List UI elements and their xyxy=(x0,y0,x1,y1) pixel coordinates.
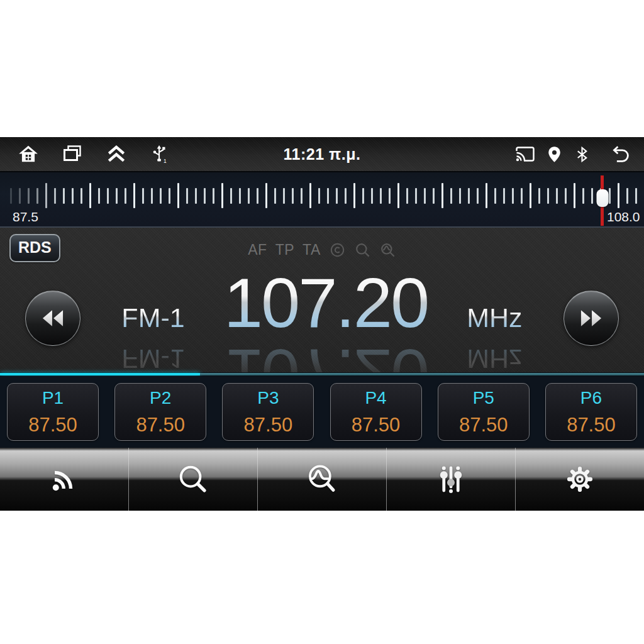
tuner-tick xyxy=(433,188,435,204)
home-icon[interactable] xyxy=(18,143,39,165)
tuner-tick xyxy=(221,183,223,208)
preset-button-6[interactable]: P6 87.50 xyxy=(545,383,637,441)
seek-forward-button[interactable] xyxy=(564,291,619,346)
tuner-tick xyxy=(45,183,47,208)
frequency-row: FM-1 107.20 MHz xyxy=(0,268,644,338)
tuner-tick xyxy=(54,188,56,204)
tuner-tick xyxy=(28,188,30,204)
search-dim-icon xyxy=(354,242,371,258)
rewind-icon xyxy=(40,309,65,328)
cast-icon xyxy=(515,144,535,164)
search-button[interactable] xyxy=(129,448,258,511)
recent-apps-icon[interactable] xyxy=(62,144,82,164)
tuner-tick xyxy=(142,188,144,204)
band-label: FM-1 xyxy=(121,304,184,331)
tuner-scale[interactable]: 87.5 108.0 xyxy=(0,171,644,228)
band-icon xyxy=(49,464,79,494)
scan-button[interactable] xyxy=(258,448,387,511)
tuner-tick xyxy=(36,188,38,204)
radio-app-screen: 1 11:21 π.μ. xyxy=(0,137,644,511)
tuner-tick xyxy=(274,188,276,204)
tuner-tick xyxy=(397,183,399,208)
accent-divider-bright xyxy=(0,373,200,375)
ta-indicator: TA xyxy=(303,242,321,258)
tuner-tick xyxy=(477,188,479,204)
tuner-tick xyxy=(547,188,549,204)
tuner-tick xyxy=(116,188,118,204)
tuner-min-label: 87.5 xyxy=(13,209,38,225)
collapse-icon[interactable] xyxy=(106,143,127,165)
tuner-tick xyxy=(248,188,250,204)
tuner-tick xyxy=(441,183,443,208)
tuner-indicator[interactable] xyxy=(601,175,604,226)
settings-button[interactable] xyxy=(516,448,644,511)
tuner-tick xyxy=(204,188,206,204)
tuner-tick xyxy=(63,188,65,204)
preset-button-2[interactable]: P2 87.50 xyxy=(114,383,206,441)
preset-button-5[interactable]: P5 87.50 xyxy=(438,383,530,441)
tuner-tick xyxy=(213,188,214,204)
preset-button-1[interactable]: P1 87.50 xyxy=(7,383,99,441)
preset-button-3[interactable]: P3 87.50 xyxy=(222,383,314,441)
tuner-tick xyxy=(239,188,241,204)
tuner-tick xyxy=(486,183,487,208)
tuner-tick xyxy=(301,188,303,204)
tuner-tick xyxy=(626,188,628,204)
tuner-tick xyxy=(530,183,531,208)
af-indicator: AF xyxy=(248,242,267,258)
tuner-tick xyxy=(353,183,355,208)
tuner-tick xyxy=(512,188,514,204)
tuner-tick xyxy=(345,188,347,204)
tuner-tick xyxy=(468,188,470,204)
preset-label: P4 xyxy=(365,388,386,408)
location-icon xyxy=(545,145,564,164)
tuner-tick xyxy=(151,188,153,204)
tuner-tick xyxy=(635,188,637,204)
tuner-tick xyxy=(19,188,21,204)
preset-button-4[interactable]: P4 87.50 xyxy=(330,383,422,441)
tuner-tick xyxy=(292,188,294,204)
tuner-tick xyxy=(424,188,426,204)
tuner-tick xyxy=(98,188,100,204)
tuner-tick xyxy=(72,188,74,204)
preset-label: P1 xyxy=(42,388,64,408)
tuner-tick xyxy=(125,188,126,204)
equalizer-button[interactable] xyxy=(387,448,516,511)
tuner-tick xyxy=(186,188,188,204)
tuner-knob[interactable] xyxy=(596,189,608,207)
frequency-unit: MHz xyxy=(467,304,522,331)
scan-icon xyxy=(306,464,338,495)
status-bar: 1 11:21 π.μ. xyxy=(0,137,644,171)
tuner-tick xyxy=(283,188,285,204)
tuner-tick xyxy=(582,188,584,204)
preset-frequency: 87.50 xyxy=(28,414,77,436)
band-button[interactable] xyxy=(0,448,129,511)
bottom-toolbar xyxy=(0,448,644,511)
pty-icon xyxy=(329,242,346,258)
frequency-reflection: FM-1 107.20 MHz xyxy=(0,338,644,372)
preset-frequency: 87.50 xyxy=(567,414,616,436)
fast-forward-icon xyxy=(579,309,604,328)
tuner-tick xyxy=(107,188,109,204)
preset-frequency: 87.50 xyxy=(136,414,185,436)
tp-indicator: TP xyxy=(275,242,294,258)
tuner-tick xyxy=(265,183,267,208)
tuner-max-label: 108.0 xyxy=(607,209,640,225)
tuner-tick xyxy=(618,183,619,208)
back-icon[interactable] xyxy=(609,144,630,165)
tuner-tick xyxy=(556,188,558,204)
tuner-tick xyxy=(565,188,567,204)
preset-label: P2 xyxy=(150,388,171,408)
frequency-value: 107.20 xyxy=(224,268,428,338)
tuner-tick xyxy=(80,188,82,204)
tuner-tick xyxy=(327,188,329,204)
nav-buttons: 1 xyxy=(0,143,169,165)
tuner-tick xyxy=(521,188,523,204)
equalizer-icon xyxy=(436,464,466,494)
scan-dim-icon xyxy=(379,242,396,258)
preset-frequency: 87.50 xyxy=(244,414,293,436)
accent-divider-dim xyxy=(200,373,644,375)
search-icon xyxy=(177,464,209,495)
seek-back-button[interactable] xyxy=(25,291,80,346)
preset-row: P1 87.50 P2 87.50 P3 87.50 P4 87.50 P5 8… xyxy=(0,376,644,448)
